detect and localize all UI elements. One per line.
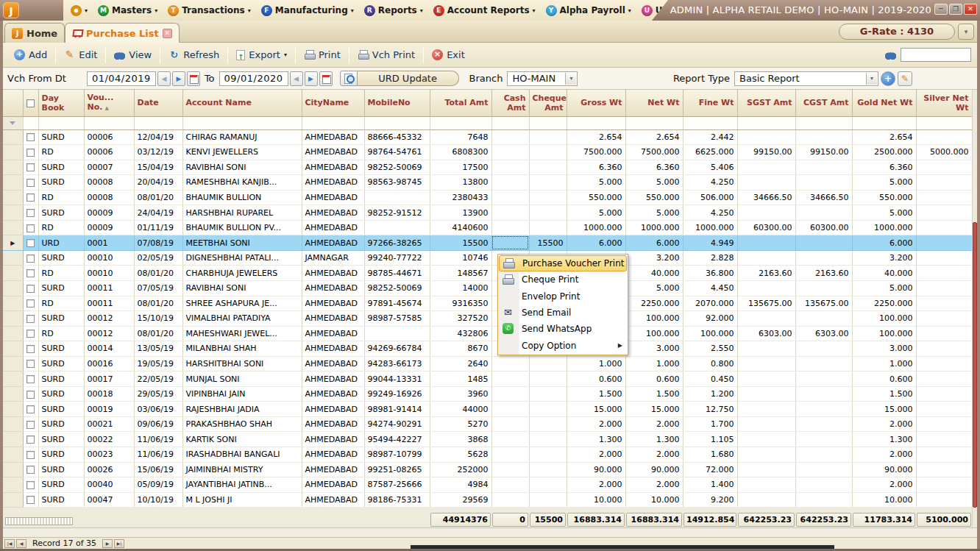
row-checkbox[interactable] xyxy=(26,405,35,413)
row-checkbox[interactable] xyxy=(26,466,35,474)
table-row[interactable]: SURD0002311/06/19IRASHADBHAI BANGALIAHME… xyxy=(3,447,972,462)
to-date-prev-button[interactable]: ◀ xyxy=(290,71,303,86)
column-header-fine-wt[interactable]: Fine Wt xyxy=(683,90,737,116)
table-row[interactable]: SURD0001413/05/19MILANBHAI SHAHAHMEDABAD… xyxy=(3,341,972,357)
filter-cell[interactable] xyxy=(364,116,430,129)
filter-cell[interactable] xyxy=(737,116,795,129)
g-rate-display[interactable]: G-Rate : 4130 xyxy=(839,24,955,40)
table-row[interactable]: ▶URD000107/08/19MEETBHAI SONIAHMEDABAD97… xyxy=(3,235,972,251)
row-checkbox[interactable] xyxy=(26,330,35,338)
table-row[interactable]: RD0001108/01/20SHREE ASHAPURA JE...AHMED… xyxy=(3,296,972,311)
row-checkbox[interactable] xyxy=(26,345,35,353)
row-select-cell[interactable] xyxy=(23,145,38,160)
menu-item-reports[interactable]: RReports▾ xyxy=(364,5,423,16)
column-header-net-wt[interactable]: Net Wt xyxy=(625,90,683,116)
row-checkbox[interactable] xyxy=(26,299,35,308)
context-menu-item-copy-option[interactable]: Copy Option▶ xyxy=(499,337,627,353)
select-all-checkbox[interactable] xyxy=(26,99,35,107)
table-row[interactable]: SURD0000924/04/19HARSHBHAI RUPARELAHMEDA… xyxy=(3,205,972,221)
row-checkbox[interactable] xyxy=(26,285,35,293)
column-header-gross-wt[interactable]: Gross Wt xyxy=(567,90,625,116)
menu-item-transactions[interactable]: TTransactions▾ xyxy=(168,5,251,16)
row-checkbox[interactable] xyxy=(26,496,35,504)
to-date-field[interactable]: 09/01/2020 xyxy=(219,71,288,86)
row-checkbox[interactable] xyxy=(26,315,35,323)
toolbar-print-button[interactable]: Print xyxy=(296,46,349,65)
row-select-cell[interactable] xyxy=(23,220,38,235)
row-checkbox[interactable] xyxy=(26,163,35,171)
row-select-cell[interactable] xyxy=(23,235,38,251)
row-checkbox[interactable] xyxy=(26,224,35,232)
filter-cell[interactable] xyxy=(430,116,491,129)
app-logo[interactable]: J xyxy=(3,2,19,18)
toolbar-add-button[interactable]: +Add xyxy=(6,46,55,65)
menu-item-masters[interactable]: MMasters▾ xyxy=(98,5,157,16)
report-type-select[interactable]: Basic Report▾ xyxy=(734,71,878,86)
tab-purchase-list[interactable]: Purchase List ✕ xyxy=(65,23,180,43)
toolbar-view-button[interactable]: View xyxy=(106,46,160,65)
tab-close-icon[interactable]: ✕ xyxy=(163,29,172,38)
row-select-cell[interactable] xyxy=(23,205,38,221)
nav-prev-button[interactable]: ◀ xyxy=(16,539,26,548)
row-select-cell[interactable] xyxy=(23,296,38,311)
column-header-sgst-amt[interactable]: SGST Amt xyxy=(737,90,795,116)
urd-search-icon[interactable] xyxy=(340,71,358,86)
table-row[interactable]: SURD0002211/06/19KARTIK SONIAHMEDABAD954… xyxy=(3,432,972,447)
row-select-cell[interactable] xyxy=(23,402,38,417)
to-date-calendar-icon[interactable] xyxy=(319,71,333,86)
filter-cell[interactable] xyxy=(491,116,529,129)
tab-home[interactable]: J Home xyxy=(4,23,65,43)
column-header-mobileno[interactable]: MobileNo xyxy=(364,90,430,116)
row-select-cell[interactable] xyxy=(23,356,38,372)
menu-item-manufacturing[interactable]: FManufacturing▾ xyxy=(261,5,354,16)
row-select-cell[interactable] xyxy=(23,160,38,175)
row-checkbox[interactable] xyxy=(26,391,35,399)
search-input[interactable] xyxy=(901,48,971,62)
column-header-date[interactable]: Date xyxy=(134,90,182,116)
row-checkbox[interactable] xyxy=(26,179,35,187)
menu-item-alpha-payroll[interactable]: YAlpha Payroll▾ xyxy=(546,5,631,16)
close-button[interactable]: ✕ xyxy=(964,4,977,15)
restore-button[interactable]: ❐ xyxy=(949,4,962,15)
branch-select[interactable]: HO-MAIN▾ xyxy=(507,71,578,86)
row-select-cell[interactable] xyxy=(23,432,38,447)
row-checkbox[interactable] xyxy=(26,360,35,368)
row-checkbox[interactable] xyxy=(26,436,35,444)
column-header-cheque-amt[interactable]: Cheque Amt xyxy=(529,90,567,116)
add-report-button[interactable]: + xyxy=(881,71,895,86)
chevron-down-icon[interactable]: ▾ xyxy=(565,73,576,85)
toolbar-exit-button[interactable]: ×Exit xyxy=(424,46,473,65)
row-checkbox[interactable] xyxy=(26,481,35,489)
context-menu-item-envelop-print[interactable]: Envelop Print xyxy=(499,288,627,305)
row-select-cell[interactable] xyxy=(23,386,38,402)
row-select-cell[interactable] xyxy=(23,372,38,387)
launcher-menu[interactable]: ▾ xyxy=(71,5,88,16)
horizontal-scrollbar[interactable] xyxy=(3,527,977,537)
filter-cell[interactable] xyxy=(852,116,916,129)
table-row[interactable]: SURD0001903/06/19RAJESHBHAI JADIAAHMEDAB… xyxy=(3,402,972,417)
to-date-next-button[interactable]: ▶ xyxy=(305,71,318,86)
filter-cell[interactable] xyxy=(916,116,972,129)
row-select-cell[interactable] xyxy=(23,462,38,477)
column-header-account-name[interactable]: Account Name xyxy=(182,90,302,116)
table-row[interactable]: SURD0004005/09/19JAYANTIBHAI JATINB...AH… xyxy=(3,477,972,493)
row-checkbox[interactable] xyxy=(26,149,35,157)
table-row[interactable]: SURD0002615/06/19JAIMINBHAI MISTRYAHMEDA… xyxy=(3,462,972,477)
row-checkbox[interactable] xyxy=(26,451,35,459)
table-row[interactable]: SURD0001722/05/19MUNJAL SONIAHMEDABAD990… xyxy=(3,372,972,387)
table-row[interactable]: SURD0001215/10/19VIMALBHAI PATADIYAAHMED… xyxy=(3,311,972,327)
row-select-cell[interactable] xyxy=(23,326,38,341)
row-checkbox[interactable] xyxy=(26,269,35,277)
filter-cell[interactable] xyxy=(529,116,567,129)
table-row[interactable]: SURD0000820/04/19RAMESHBHAI KANJIB...AHM… xyxy=(3,175,972,191)
table-row[interactable]: SURD0001619/05/19HARSHITBHAI SONIAHMEDAB… xyxy=(3,356,972,372)
table-row[interactable]: RD0001208/01/20MAHESHWARI JEWEL...AHMEDA… xyxy=(3,326,972,341)
filter-cell[interactable] xyxy=(302,116,364,129)
row-select-cell[interactable] xyxy=(23,447,38,462)
table-row[interactable]: SURD0002109/06/19PRAKASHBHAO SHAHAHMEDAB… xyxy=(3,416,972,432)
context-menu-item-purchase-voucher-print[interactable]: Purchase Voucher Print xyxy=(499,255,627,271)
context-menu-item-send-email[interactable]: ✉Send Email xyxy=(499,305,627,321)
row-select-cell[interactable] xyxy=(23,492,38,508)
row-select-cell[interactable] xyxy=(23,341,38,357)
table-row[interactable]: SURD0004710/10/19M L JOSHI JIAHMEDABAD98… xyxy=(3,492,972,508)
